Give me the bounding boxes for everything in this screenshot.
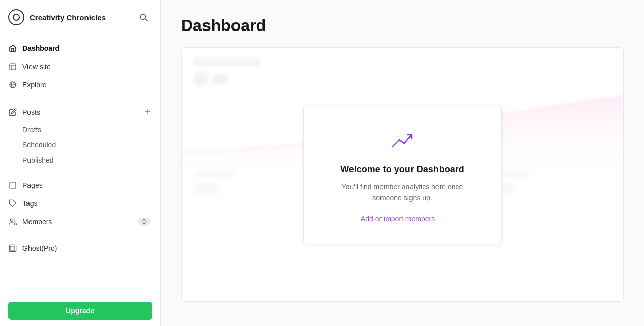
view-site-label: View site — [22, 63, 150, 71]
sidebar: Creativity Chronicles Dashboard — [0, 0, 161, 326]
drafts-label: Drafts — [22, 126, 41, 134]
svg-rect-8 — [10, 182, 16, 188]
sidebar-item-ghost-pro[interactable]: Ghost(Pro) — [0, 239, 160, 257]
welcome-description: You'll find member analytics here once s… — [328, 181, 477, 204]
welcome-chart-icon — [328, 126, 477, 154]
view-site-icon — [8, 62, 17, 71]
sidebar-brand: Creativity Chronicles — [8, 9, 106, 25]
published-label: Published — [22, 156, 54, 164]
upgrade-button[interactable]: Upgrade — [8, 302, 152, 320]
brand-logo-icon — [8, 9, 24, 25]
sidebar-item-tags[interactable]: Tags — [0, 194, 160, 213]
pages-label: Pages — [22, 181, 150, 189]
sidebar-item-published[interactable]: Published — [0, 153, 160, 168]
members-badge: 0 — [138, 218, 150, 226]
tags-icon — [8, 199, 17, 208]
dashboard-card: Welcome to your Dashboard You'll find me… — [181, 47, 624, 302]
add-import-members-link[interactable]: Add or import members → — [361, 215, 444, 223]
tags-label: Tags — [22, 199, 150, 208]
pages-icon — [8, 181, 17, 190]
sidebar-item-scheduled[interactable]: Scheduled — [0, 137, 160, 153]
dashboard-label: Dashboard — [22, 44, 150, 52]
welcome-overlay: Welcome to your Dashboard You'll find me… — [303, 105, 502, 244]
welcome-title: Welcome to your Dashboard — [328, 164, 477, 175]
ghost-pro-label: Ghost(Pro) — [22, 244, 150, 252]
svg-point-10 — [10, 219, 13, 221]
sidebar-item-dashboard[interactable]: Dashboard — [0, 39, 160, 57]
sidebar-item-members[interactable]: Members 0 — [0, 213, 160, 231]
nav-divider-2 — [0, 168, 160, 176]
scheduled-label: Scheduled — [22, 141, 56, 149]
explore-label: Explore — [22, 81, 150, 89]
svg-rect-12 — [11, 246, 15, 250]
sidebar-item-explore[interactable]: Explore — [0, 76, 160, 94]
page-title: Dashboard — [181, 16, 624, 35]
ghost-pro-icon — [8, 244, 17, 253]
sidebar-item-view-site[interactable]: View site — [0, 57, 160, 76]
sidebar-item-pages[interactable]: Pages — [0, 176, 160, 194]
search-icon — [139, 13, 148, 22]
posts-label: Posts — [22, 108, 139, 116]
svg-rect-2 — [10, 64, 16, 70]
members-icon — [8, 217, 17, 226]
svg-rect-11 — [9, 245, 16, 251]
svg-line-1 — [145, 19, 147, 21]
home-icon — [8, 44, 17, 53]
main-content: Dashboard — [161, 0, 644, 326]
sidebar-item-posts[interactable]: Posts + — [0, 102, 160, 122]
nav-divider-1 — [0, 94, 160, 102]
sidebar-bottom: Upgrade — [0, 295, 160, 326]
members-label: Members — [22, 218, 133, 226]
brand-name: Creativity Chronicles — [30, 13, 106, 22]
nav-divider-3 — [0, 231, 160, 239]
posts-add-icon[interactable]: + — [144, 107, 150, 117]
search-button[interactable] — [137, 11, 150, 24]
globe-icon — [8, 80, 17, 90]
sidebar-nav: Dashboard View site Explor — [0, 35, 160, 295]
pencil-icon — [8, 108, 17, 117]
sidebar-item-drafts[interactable]: Drafts — [0, 122, 160, 137]
sidebar-header: Creativity Chronicles — [0, 0, 160, 35]
